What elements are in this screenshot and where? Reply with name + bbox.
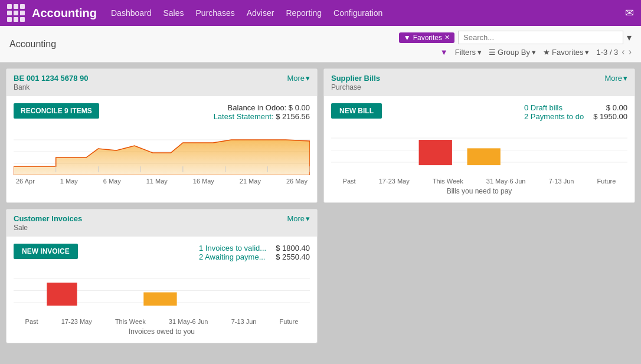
filter-tag-label: Favorites	[413, 34, 442, 42]
nav-purchases[interactable]: Purchases	[196, 8, 235, 18]
chart-label-2: 6 May	[103, 178, 121, 185]
balance-info: Balance in Odoo: $ 0.00 Latest Statement…	[214, 103, 310, 121]
filter-row: ▼ Filters ▾ ☰ Group By ▾ ★ Favorites ▾ 1…	[440, 47, 632, 57]
customer-awaiting-value: $ 2550.40	[276, 252, 310, 261]
supplier-card-title: Supplier Bills	[331, 74, 380, 83]
bank-chart-labels: 26 Apr 1 May 6 May 11 May 16 May 21 May …	[14, 178, 310, 185]
filter-icon: ▼	[440, 48, 448, 57]
supplier-body-top: NEW BILL 0 Draft bills $ 0.00 2 Payments…	[331, 103, 627, 121]
customer-awaiting-link[interactable]: 2 Awaiting payme...	[199, 252, 266, 261]
nav-menu: Dashboard Sales Purchases Adviser Report…	[111, 8, 625, 18]
chart-label-5: 21 May	[240, 178, 261, 185]
search-area: ▼ Favorites ✕ ▾ ▼ Filters ▾ ☰ Group By ▾…	[399, 31, 632, 57]
supplier-draft-row: 0 Draft bills $ 0.00	[524, 103, 627, 112]
reconcile-button[interactable]: RECONCILE 9 ITEMS	[14, 103, 99, 119]
filters-button[interactable]: Filters ▾	[455, 48, 482, 57]
supplier-bar-chart	[331, 128, 627, 175]
supplier-card-subtitle: Purchase	[331, 83, 380, 91]
customer-invoices-row: 1 Invoices to valid... $ 1800.40	[199, 244, 310, 252]
supplier-card-header: Supplier Bills Purchase More ▾	[324, 69, 635, 96]
customer-card-title: Customer Invoices	[14, 214, 82, 223]
supplier-more-button[interactable]: More ▾	[604, 74, 627, 83]
supplier-card-header-left: Supplier Bills Purchase	[331, 74, 380, 91]
nav-configuration[interactable]: Configuration	[333, 8, 382, 18]
supplier-payments-link[interactable]: 2 Payments to do	[524, 112, 584, 121]
customer-info-rows: 1 Invoices to valid... $ 1800.40 2 Await…	[199, 244, 310, 261]
prev-page-button[interactable]: ‹	[622, 47, 624, 57]
supplier-chart-caption: Bills you need to pay	[331, 187, 627, 195]
supplier-draft-link[interactable]: 0 Draft bills	[524, 103, 562, 112]
nav-sales[interactable]: Sales	[163, 8, 184, 18]
chart-label-3: 11 May	[146, 178, 168, 185]
search-row: ▼ Favorites ✕ ▾	[399, 31, 632, 44]
bank-chart-svg	[14, 128, 310, 175]
bank-more-button[interactable]: More ▾	[287, 74, 310, 83]
email-icon[interactable]: ✉	[625, 6, 634, 19]
supplier-draft-value: $ 0.00	[606, 103, 627, 112]
chart-label-6: 26 May	[286, 178, 308, 185]
svg-rect-13	[419, 140, 452, 165]
pagination: 1-3 / 3 ‹ ›	[596, 47, 632, 57]
filter-tag[interactable]: ▼ Favorites ✕	[399, 32, 454, 43]
favorites-button[interactable]: ★ Favorites ▾	[543, 48, 589, 57]
supplier-bar-label-2: This Week	[433, 178, 463, 185]
bank-card: BE 001 1234 5678 90 Bank More ▾ RECONCIL…	[6, 68, 318, 203]
customer-invoices-card: Customer Invoices Sale More ▾ NEW INVOIC…	[6, 209, 318, 343]
top-navigation: Accounting Dashboard Sales Purchases Adv…	[0, 0, 641, 26]
supplier-bar-label-1: 17-23 May	[379, 178, 410, 185]
app-brand: Accounting	[32, 6, 97, 20]
customer-chart-caption: Invoices owed to you	[14, 327, 310, 336]
svg-rect-14	[467, 148, 501, 165]
bank-account-number: BE 001 1234 5678 90	[14, 74, 89, 83]
customer-bar-chart-svg	[14, 268, 310, 316]
chart-label-1: 1 May	[60, 178, 78, 185]
statement-row: Latest Statement: $ 2156.56	[214, 112, 310, 121]
nav-reporting[interactable]: Reporting	[286, 8, 322, 18]
search-dropdown-icon[interactable]: ▾	[627, 32, 632, 43]
chart-label-4: 16 May	[193, 178, 214, 185]
customer-bar-chart	[14, 268, 310, 316]
customer-card-body: NEW INVOICE 1 Invoices to valid... $ 180…	[6, 237, 317, 343]
filter-tag-close[interactable]: ✕	[444, 34, 450, 41]
customer-card-header-left: Customer Invoices Sale	[14, 214, 82, 232]
customer-bar-labels: Past 17-23 May This Week 31 May-6 Jun 7-…	[14, 318, 310, 325]
search-input[interactable]	[458, 31, 623, 44]
supplier-bar-chart-svg	[331, 128, 627, 175]
supplier-bills-card: Supplier Bills Purchase More ▾ NEW BILL …	[323, 68, 635, 203]
groupby-button[interactable]: ☰ Group By ▾	[489, 48, 536, 57]
customer-awaiting-row: 2 Awaiting payme... $ 2550.40	[199, 252, 310, 261]
svg-rect-18	[47, 283, 77, 306]
chart-label-0: 26 Apr	[16, 178, 35, 185]
customer-bar-label-4: 7-13 Jun	[231, 318, 257, 325]
supplier-bar-labels: Past 17-23 May This Week 31 May-6 Jun 7-…	[331, 178, 627, 185]
customer-bar-label-2: This Week	[115, 318, 146, 325]
subheader: Accounting ▼ Favorites ✕ ▾ ▼ Filters ▾ ☰…	[0, 26, 641, 63]
bank-chart	[14, 128, 310, 175]
customer-body-top: NEW INVOICE 1 Invoices to valid... $ 180…	[14, 244, 310, 261]
new-invoice-button[interactable]: NEW INVOICE	[14, 244, 78, 259]
balance-row: Balance in Odoo: $ 0.00	[214, 103, 310, 112]
supplier-bar-label-5: Future	[597, 178, 616, 185]
next-page-button[interactable]: ›	[629, 47, 632, 57]
new-bill-button[interactable]: NEW BILL	[331, 103, 382, 119]
supplier-bar-label-3: 31 May-6 Jun	[486, 178, 526, 185]
svg-rect-19	[143, 293, 176, 306]
customer-bar-label-1: 17-23 May	[61, 318, 92, 325]
customer-bar-label-0: Past	[25, 318, 38, 325]
empty-quadrant	[323, 209, 635, 343]
bank-card-header-left: BE 001 1234 5678 90 Bank	[14, 74, 89, 91]
nav-dashboard[interactable]: Dashboard	[111, 8, 152, 18]
customer-card-subtitle: Sale	[14, 224, 82, 232]
supplier-info-rows: 0 Draft bills $ 0.00 2 Payments to do $ …	[524, 103, 627, 121]
bank-body-top: RECONCILE 9 ITEMS Balance in Odoo: $ 0.0…	[14, 103, 310, 121]
bank-card-body: RECONCILE 9 ITEMS Balance in Odoo: $ 0.0…	[6, 96, 317, 192]
page-title: Accounting	[9, 39, 56, 50]
supplier-bar-label-0: Past	[343, 178, 356, 185]
nav-adviser[interactable]: Adviser	[247, 8, 274, 18]
bank-account-type: Bank	[14, 83, 89, 91]
bank-card-header: BE 001 1234 5678 90 Bank More ▾	[6, 69, 317, 96]
pagination-text: 1-3 / 3	[596, 48, 618, 57]
customer-invoices-link[interactable]: 1 Invoices to valid...	[199, 244, 266, 252]
apps-grid-icon[interactable]	[7, 4, 25, 22]
customer-more-button[interactable]: More ▾	[287, 214, 310, 223]
